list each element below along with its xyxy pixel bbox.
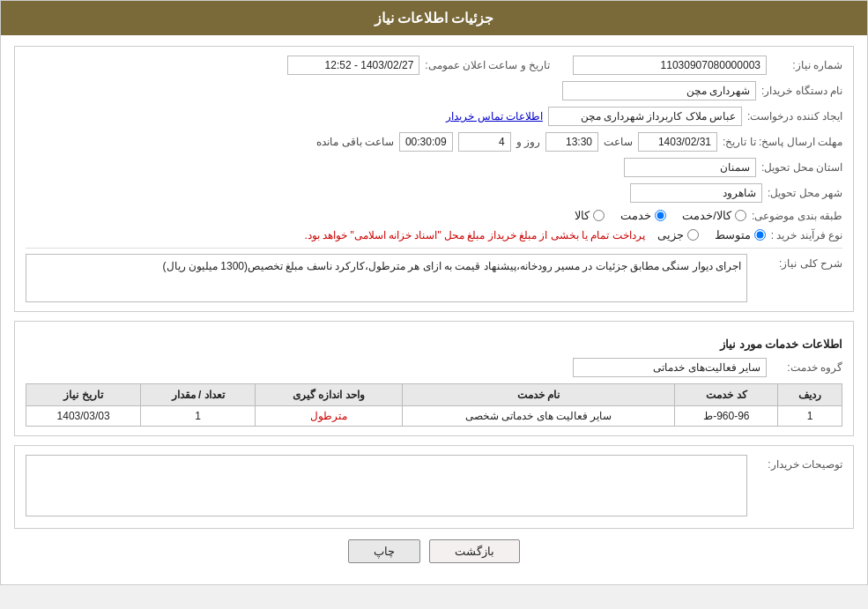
noefar-radio-group: جزیی متوسط	[657, 228, 766, 241]
cell-radif: 1	[778, 406, 842, 427]
row-shomare: شماره نیاز: 11030907080000003 تاریخ و سا…	[26, 56, 842, 75]
mohlat-time-label: ساعت	[604, 136, 633, 148]
print-button[interactable]: چاپ	[348, 539, 420, 563]
table-body: 1960-96-طسایر فعالیت های خدماتی شخصیمترط…	[26, 406, 842, 427]
cell-tedad: 1	[141, 406, 256, 427]
grohe-label: گروه خدمت:	[772, 361, 842, 374]
ostan-value: سمنان	[624, 158, 756, 177]
tosihaat-label: توصیحات خریدار:	[754, 455, 842, 471]
services-title: اطلاعات خدمات مورد نیاز	[26, 338, 842, 351]
ijad-label: ایجاد کننده درخواست:	[747, 110, 842, 123]
sharh-label: شرح کلی نیاز:	[754, 254, 842, 270]
row-tabaghebandi: طبقه بندی موضوعی: کالا خدمت کالا/خدمت	[26, 209, 842, 222]
button-area: بازگشت چاپ	[14, 539, 854, 563]
main-content: شماره نیاز: 11030907080000003 تاریخ و سا…	[1, 35, 867, 584]
page-wrapper: جزئیات اطلاعات نیاز شماره نیاز: 11030907…	[0, 0, 868, 585]
cell-vahed: مترطول	[256, 406, 403, 427]
radio-kala-item: کالا	[575, 209, 605, 222]
tarikh-aalan-label: تاریخ و ساعت اعلان عمومی:	[425, 59, 550, 71]
radio-jozi-input[interactable]	[687, 229, 699, 241]
ijad-link[interactable]: اطلاعات تماس خریدار	[446, 110, 543, 123]
radio-khadamat-label: خدمت	[620, 209, 651, 222]
shahr-label: شهر محل تحویل:	[768, 187, 842, 199]
table-head: ردیف کد خدمت نام خدمت واحد اندازه گیری ت…	[26, 384, 842, 406]
divider-1	[26, 248, 842, 249]
radio-jozi-item: جزیی	[657, 228, 699, 241]
page-title: جزئیات اطلاعات نیاز	[375, 11, 494, 26]
mohlat-label: مهلت ارسال پاسخ: تا تاریخ:	[723, 136, 842, 148]
radio-motavasset-input[interactable]	[754, 229, 766, 241]
process-note-red: "اسناد خزانه اسلامی"	[350, 229, 441, 241]
mohlat-roz-label: روز و	[516, 136, 540, 148]
radio-kala-khadamat-item: کالا/خدمت	[682, 209, 746, 222]
col-radif: ردیف	[778, 384, 842, 406]
details-section: شماره نیاز: 11030907080000003 تاریخ و سا…	[14, 46, 854, 312]
tabaghebandi-label: طبقه بندی موضوعی:	[752, 210, 842, 222]
grohe-value: سایر فعالیت‌های خدماتی	[573, 358, 767, 377]
table-header-row: ردیف کد خدمت نام خدمت واحد اندازه گیری ت…	[26, 384, 842, 406]
mohlat-date: 1403/02/31	[638, 132, 717, 152]
radio-khadamat-input[interactable]	[655, 210, 666, 221]
mohlat-roz: 4	[458, 132, 511, 152]
col-vahed: واحد اندازه گیری	[256, 384, 403, 406]
row-ijad: ایجاد کننده درخواست: عباس ملاک کاربرداز …	[26, 107, 842, 126]
row-mohlat: مهلت ارسال پاسخ: تا تاریخ: 1403/02/31 سا…	[26, 132, 842, 152]
radio-motavasset-item: متوسط	[715, 228, 766, 241]
tosihaat-value-col	[26, 455, 747, 519]
sharh-value-col: اجرای دیوار سنگی مطابق جزئیات در مسیر رو…	[26, 254, 747, 302]
mohlat-baqi: 00:30:09	[399, 132, 453, 152]
col-tedad: تعداد / مقدار	[141, 384, 256, 406]
namdastgah-value: شهرداری مچن	[562, 81, 756, 100]
row-tosihaat: توصیحات خریدار:	[26, 455, 842, 519]
table-row: 1960-96-طسایر فعالیت های خدماتی شخصیمترط…	[26, 406, 842, 427]
cell-tarikh: 1403/03/03	[26, 406, 141, 427]
shomare-label: شماره نیاز:	[772, 59, 842, 71]
row-grohe: گروه خدمت: سایر فعالیت‌های خدماتی	[26, 358, 842, 377]
mohlat-baqi-label: ساعت باقی مانده	[316, 136, 394, 148]
services-section: اطلاعات خدمات مورد نیاز گروه خدمت: سایر …	[14, 321, 854, 436]
row-shahr: شهر محل تحویل: شاهرود	[26, 183, 842, 203]
tosihaat-textarea[interactable]	[26, 455, 747, 516]
process-note-suffix: خواهد بود.	[304, 229, 350, 241]
namdastgah-label: نام دستگاه خریدار:	[761, 85, 842, 97]
tabaghebandi-radio-group: کالا خدمت کالا/خدمت	[575, 209, 746, 222]
back-button[interactable]: بازگشت	[429, 539, 520, 563]
radio-khadamat-item: خدمت	[620, 209, 666, 222]
radio-kala-label: کالا	[575, 209, 590, 222]
page-header: جزئیات اطلاعات نیاز	[1, 1, 867, 35]
row-sharh: شرح کلی نیاز: اجرای دیوار سنگی مطابق جزئ…	[26, 254, 842, 302]
row-namdastgah: نام دستگاه خریدار: شهرداری مچن	[26, 81, 842, 100]
sharh-value: اجرای دیوار سنگی مطابق جزئیات در مسیر رو…	[26, 254, 747, 302]
services-table: ردیف کد خدمت نام خدمت واحد اندازه گیری ت…	[26, 383, 842, 427]
process-note: پرداخت تمام یا بخشی از مبلغ خریداز مبلغ …	[304, 229, 644, 241]
cell-nam: سایر فعالیت های خدماتی شخصی	[402, 406, 675, 427]
tosihaat-section: توصیحات خریدار:	[14, 445, 854, 529]
row-ostan: استان محل تحویل: سمنان	[26, 158, 842, 177]
col-tarikh: تاریخ نیاز	[26, 384, 141, 406]
col-kod: کد خدمت	[675, 384, 778, 406]
noefar-label: نوع فرآیند خرید :	[771, 229, 842, 241]
shahr-value: شاهرود	[630, 183, 762, 203]
radio-kala-input[interactable]	[593, 210, 605, 221]
ijad-value: عباس ملاک کاربرداز شهرداری مچن	[548, 107, 742, 126]
radio-jozi-label: جزیی	[657, 228, 684, 241]
ostan-label: استان محل تحویل:	[761, 161, 842, 174]
radio-kala-khadamat-label: کالا/خدمت	[682, 209, 731, 222]
process-note-prefix: پرداخت تمام یا بخشی از مبلغ خریداز مبلغ …	[441, 229, 645, 241]
row-noefar: نوع فرآیند خرید : جزیی متوسط پرداخت تمام…	[26, 228, 842, 241]
radio-kala-khadamat-input[interactable]	[735, 210, 746, 221]
mohlat-time: 13:30	[545, 132, 598, 152]
shomare-value: 11030907080000003	[573, 56, 767, 75]
cell-kod: 960-96-ط	[675, 406, 778, 427]
tarikh-aalan-value: 1403/02/27 - 12:52	[287, 56, 419, 75]
radio-motavasset-label: متوسط	[715, 228, 751, 241]
col-nam: نام خدمت	[402, 384, 675, 406]
